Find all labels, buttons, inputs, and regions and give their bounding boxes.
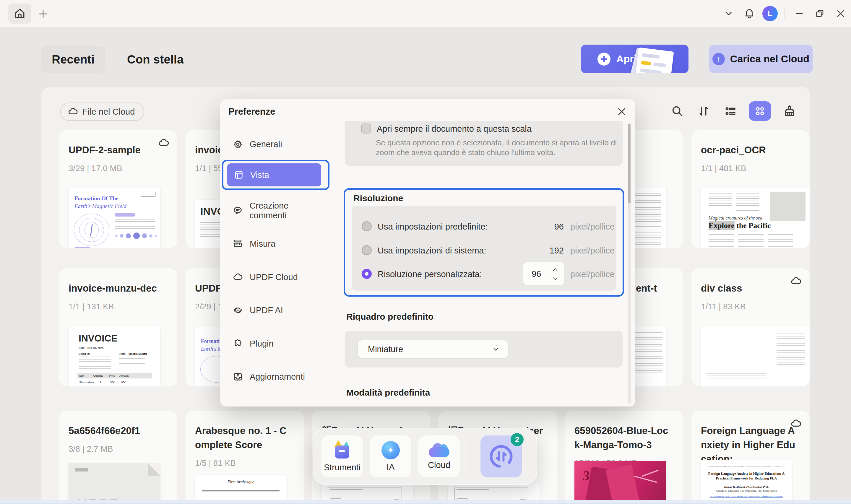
thumb-line: Billed to:: [78, 353, 90, 355]
taskbar-edge: [0, 500, 851, 504]
tools-icon: [333, 441, 351, 460]
select-value: Miniature: [368, 344, 403, 354]
file-thumbnail: Magical creatures of the sea Explore the…: [701, 188, 810, 248]
radio-label: Risoluzione personalizzata:: [378, 269, 482, 279]
custom-resolution-stepper[interactable]: 96: [523, 262, 564, 285]
file-meta: 1/5 | 81 KB: [195, 458, 295, 468]
file-card-ocr-paci[interactable]: ocr-paci_OCR 1/1 | 481 KB Magical creatu…: [691, 130, 810, 248]
list-view-button[interactable]: [722, 103, 739, 119]
dock-label: Strumenti: [324, 463, 361, 472]
sidebar-item-updf-ai[interactable]: UPDF AI: [226, 298, 327, 323]
close-icon: [616, 106, 627, 117]
file-title: 659052604-Blue-Lock-Manga-Tomo-3: [575, 424, 674, 452]
scrollbar-thumb[interactable]: [628, 124, 631, 203]
sidebar-item-generali[interactable]: Generali: [226, 131, 327, 157]
open-file-button[interactable]: Apri file: [581, 44, 688, 73]
dock-ia-button[interactable]: ✦ IA: [370, 435, 411, 478]
transfer-progress-icon: [487, 442, 515, 471]
sidebar-item-label: Creazione commenti: [249, 201, 327, 220]
library-toolbar: [669, 101, 798, 121]
ruler-icon: [233, 238, 243, 249]
paper-illustration: [633, 47, 674, 73]
radio-custom-selected[interactable]: [362, 269, 372, 279]
ai-icon: [233, 305, 243, 316]
file-title: ocr-paci_OCR: [701, 143, 801, 157]
upload-cloud-label: Carica nel Cloud: [730, 53, 809, 65]
tab-recenti[interactable]: Recenti: [41, 46, 105, 73]
sidebar-item-label: Vista: [250, 170, 269, 180]
upload-to-cloud-button[interactable]: ↑ Carica nel Cloud: [709, 44, 813, 73]
account-avatar[interactable]: L: [760, 0, 780, 27]
radio-label: Usa impostazioni predefinite:: [378, 222, 488, 232]
titlebar: L: [0, 0, 851, 27]
file-card-arabesque[interactable]: Arabesque no. 1 - Complete Score 1/5 | 8…: [185, 411, 304, 504]
dock-transfer-button[interactable]: 2: [481, 435, 522, 478]
chevron-down-icon: [724, 8, 734, 19]
thumb-affiliation: College of Education, Taif University, T…: [707, 489, 786, 492]
menu-chevron-button[interactable]: [718, 0, 739, 27]
home-tab-button[interactable]: [8, 3, 31, 24]
resolution-heading: Risoluzione: [354, 193, 403, 203]
file-card-div-class[interactable]: div class 1/11 | 83 KB: [691, 268, 810, 386]
thumb-doc-title: Formation Of The: [74, 195, 118, 202]
notifications-button[interactable]: [739, 0, 760, 27]
file-card-foreign-language[interactable]: Foreign Language Anxiety in Higher Educa…: [691, 411, 810, 504]
sidebar-item-vista[interactable]: Vista: [227, 163, 321, 186]
dialog-close-button[interactable]: [616, 106, 628, 118]
dock-label: Cloud: [428, 460, 450, 470]
resolution-option-system[interactable]: Usa impostazioni di sistema: 192 pixel/p…: [351, 238, 616, 262]
dialog-scrollbar[interactable]: [628, 124, 631, 403]
file-title: Arabesque no. 1 - Complete Score: [195, 424, 295, 452]
clean-button[interactable]: [781, 103, 798, 119]
sidebar-item-misura[interactable]: Misura: [226, 231, 327, 256]
default-mode-heading: Modalità predefinita: [346, 388, 430, 398]
radio-system[interactable]: [362, 245, 372, 255]
tab-con-stella[interactable]: Con stella: [127, 46, 183, 73]
file-thumbnail: [701, 326, 810, 386]
cloud-sync-icon: [790, 418, 802, 431]
file-card-5a6564[interactable]: 5a6564f66e20f1 3/8 | 2.7 MB UPDF: [59, 411, 177, 504]
restore-icon: [815, 8, 825, 19]
grid-view-button-active[interactable]: [749, 101, 771, 121]
floating-dock: Strumenti ✦ IA Cloud 2: [313, 428, 537, 485]
open-scale-checkbox[interactable]: [361, 124, 371, 133]
sidebar-item-plugin[interactable]: Plugin: [226, 331, 327, 356]
resolution-option-custom[interactable]: Risoluzione personalizzata: 96 pixel/pol…: [351, 262, 616, 285]
dock-cloud-button[interactable]: Cloud: [418, 435, 460, 478]
sort-button[interactable]: [695, 103, 712, 119]
thumb-author: Hamad H. Alsowat, PhD, Assistant Prof.: [707, 485, 786, 488]
stepper-up-icon[interactable]: [552, 267, 559, 273]
avatar: L: [762, 6, 778, 21]
thumb-doc-subtitle: Magical creatures of the sea: [709, 215, 762, 221]
thumb-line: Date: Dec 30, 2025: [78, 346, 104, 349]
file-card-updf-2-sample[interactable]: UPDF-2-sample 3/29 | 17.0 MB Formation O…: [59, 130, 177, 248]
restore-button[interactable]: [810, 0, 830, 27]
sidebar-item-updf-cloud[interactable]: UPDF Cloud: [226, 265, 327, 290]
stepper-down-icon[interactable]: [552, 276, 559, 282]
default-panel-heading: Riquadro predefinito: [346, 312, 433, 322]
radio-default[interactable]: [362, 221, 372, 231]
close-window-button[interactable]: [830, 0, 851, 27]
open-scale-option-card: Apri sempre il documento a questa scala …: [345, 121, 622, 166]
thumb-table-header: Item Quantity Price Amount: [77, 373, 152, 378]
thumb-doc-title: the Pacific: [735, 221, 771, 230]
sidebar-item-label: Misura: [250, 239, 275, 249]
dock-strumenti-button[interactable]: Strumenti: [322, 435, 363, 478]
sidebar-item-aggiornamenti[interactable]: Aggiornamenti: [226, 364, 327, 389]
file-card-blue-lock[interactable]: 659052604-Blue-Lock-Manga-Tomo-3 17/219 …: [565, 411, 683, 504]
cloud-files-button[interactable]: File nel Cloud: [60, 103, 144, 121]
resolution-option-default[interactable]: Usa impostazioni predefinite: 96 pixel/p…: [351, 214, 616, 238]
search-button[interactable]: [669, 103, 686, 119]
grid-view-icon: [754, 105, 766, 118]
thumb-line: From: Ignazio Munzù: [119, 353, 147, 355]
resolution-section: Risoluzione Usa impostazioni predefinite…: [344, 188, 624, 296]
sidebar-item-label: Aggiornamenti: [250, 372, 305, 382]
file-card-invoice-munzu[interactable]: invoice-munzu-dec 1/1 | 131 KB INVOICE D…: [59, 268, 177, 386]
close-icon: [836, 8, 846, 19]
radio-label: Usa impostazioni di sistema:: [378, 246, 486, 255]
default-panel-select[interactable]: Miniature: [358, 340, 508, 358]
sidebar-item-creazione-commenti[interactable]: Creazione commenti: [226, 198, 327, 223]
new-tab-icon[interactable]: [38, 8, 49, 19]
minimize-button[interactable]: [789, 0, 810, 27]
update-icon: [233, 371, 243, 382]
